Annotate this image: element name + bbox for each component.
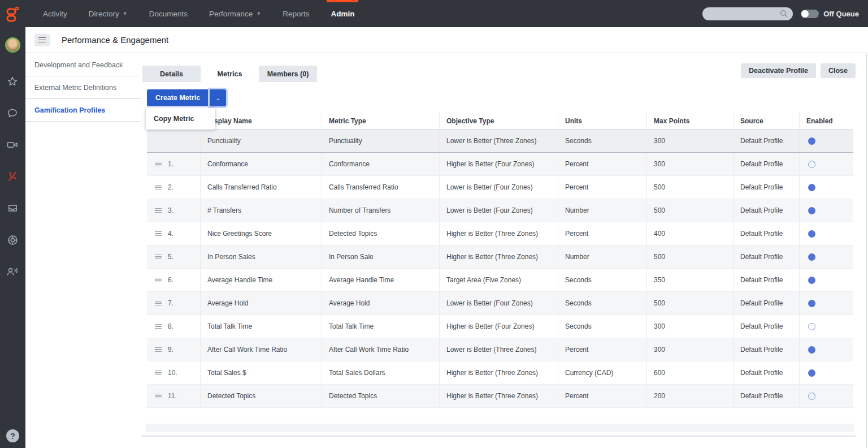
enabled-dot-on[interactable] (808, 369, 815, 377)
sidepanel-item-external-metric-definitions[interactable]: External Metric Definitions (25, 76, 141, 99)
cell-enabled (800, 292, 853, 315)
genesys-logo-icon[interactable] (0, 5, 25, 22)
off-queue-label: Off Queue (823, 10, 859, 18)
table-row[interactable]: 1.ConformanceConformanceHigher is Better… (147, 153, 853, 176)
chat-bubble-icon[interactable] (6, 107, 19, 119)
cell-objective-type: Higher is Better (Three Zones) (440, 245, 558, 268)
sidepanel-item-gamification-profiles[interactable]: Gamification Profiles (25, 99, 141, 122)
nav-item-activity[interactable]: Activity (33, 0, 77, 27)
cell-metric-type: Conformance (322, 153, 440, 175)
cell-max-points: 500 (647, 292, 734, 315)
cell-enabled (800, 199, 853, 222)
nav-item-admin[interactable]: Admin (321, 0, 364, 27)
enabled-dot-on[interactable] (808, 253, 815, 261)
table-row[interactable]: 3.# TransfersNumber of TransfersLower is… (147, 199, 853, 222)
sidepanel-item-development-and-feedback[interactable]: Development and Feedback (25, 54, 141, 76)
row-order-cell: 8. (147, 315, 201, 338)
table-row[interactable]: 8.Total Talk TimeTotal Talk TimeHigher i… (147, 315, 853, 338)
enabled-dot-off[interactable] (808, 393, 815, 400)
enabled-dot-on[interactable] (808, 137, 815, 145)
cell-objective-type: Higher is Better (Four Zones) (440, 315, 558, 338)
drag-handle-icon[interactable] (154, 161, 163, 168)
nav-item-directory[interactable]: Directory▼ (79, 0, 137, 27)
enabled-dot-on[interactable] (808, 184, 815, 191)
cell-max-points: 500 (647, 199, 734, 222)
drag-handle-icon[interactable] (154, 184, 163, 191)
agent-voice-icon[interactable] (6, 265, 19, 278)
create-metric-split-button: Create Metric ⌄ (147, 89, 226, 106)
drag-handle-icon[interactable] (154, 277, 163, 284)
cell-units: Seconds (558, 269, 647, 291)
help-button[interactable]: ? (6, 429, 19, 442)
table-row[interactable]: 2.Calls Transferred RatioCalls Transferr… (147, 176, 853, 199)
cell-source: Default Profile (734, 315, 800, 338)
cell-metric-type: Punctuality (322, 130, 440, 152)
enabled-dot-on[interactable] (808, 346, 815, 354)
row-number: 9. (168, 346, 173, 354)
inbox-tray-icon[interactable] (6, 202, 19, 214)
tab-details[interactable]: Details (142, 66, 201, 82)
off-queue-toggle[interactable] (801, 10, 819, 18)
col-header-objective-type: Objective Type (440, 111, 558, 129)
video-camera-icon[interactable] (6, 139, 19, 151)
table-row[interactable]: 10.Total Sales $Total Sales DollarsHighe… (147, 361, 853, 385)
toggle-knob (801, 10, 809, 18)
nav-label: Activity (43, 10, 67, 18)
cell-source: Default Profile (734, 292, 800, 315)
search-input[interactable] (702, 7, 793, 20)
drag-handle-icon[interactable] (154, 323, 163, 330)
cell-objective-type: Lower is Better (Four Zones) (440, 292, 558, 315)
nav-label: Documents (149, 10, 188, 18)
drag-handle-icon[interactable] (154, 207, 163, 214)
nav-item-reports[interactable]: Reports (273, 0, 319, 27)
cell-display-name: Calls Transferred Ratio (201, 176, 322, 199)
nav-item-documents[interactable]: Documents (140, 0, 197, 27)
enabled-dot-on[interactable] (808, 230, 815, 238)
drag-handle-icon[interactable] (154, 230, 163, 238)
tab-members[interactable]: Members (0) (259, 66, 317, 82)
cell-source: Default Profile (734, 176, 800, 199)
enabled-dot-on[interactable] (808, 300, 815, 307)
target-ring-icon[interactable] (6, 234, 19, 246)
cell-objective-type: Target Area (Five Zones) (440, 269, 558, 291)
create-metric-button[interactable]: Create Metric (147, 89, 209, 106)
table-row[interactable]: PunctualityPunctualityLower is Better (T… (147, 130, 853, 153)
cell-display-name: Conformance (201, 153, 322, 175)
tab-metrics[interactable]: Metrics (201, 66, 259, 82)
enabled-dot-off[interactable] (808, 323, 815, 330)
drag-handle-icon[interactable] (154, 346, 163, 354)
favorites-star-icon[interactable] (6, 75, 19, 88)
drag-handle-icon[interactable] (154, 369, 163, 377)
table-row[interactable]: 6.Average Handle TimeAverage Handle Time… (147, 269, 853, 292)
create-metric-dropdown: Copy Metric (146, 108, 215, 130)
copy-metric-menu-item[interactable]: Copy Metric (146, 108, 215, 130)
drag-handle-icon[interactable] (154, 253, 163, 261)
enabled-dot-on[interactable] (808, 207, 815, 214)
cell-metric-type: Total Talk Time (322, 315, 440, 338)
enabled-dot-off[interactable] (808, 161, 815, 168)
page-header: Performance & Engagement (25, 27, 868, 53)
cell-metric-type: Detected Topics (322, 222, 440, 245)
cell-enabled (800, 176, 853, 199)
drag-handle-icon[interactable] (154, 300, 163, 307)
table-row[interactable]: 7.Average HoldAverage HoldLower is Bette… (147, 292, 853, 315)
cell-display-name: In Person Sales (201, 245, 322, 268)
close-button[interactable]: Close (821, 63, 856, 78)
create-metric-caret-button[interactable]: ⌄ (210, 89, 226, 106)
table-row[interactable]: 11.Detected TopicsDetected TopicsHigher … (147, 385, 853, 408)
user-avatar[interactable] (5, 37, 20, 53)
nav-item-performance[interactable]: Performance▼ (199, 0, 271, 27)
table-row[interactable]: 4.Nice Greetings ScoreDetected TopicsHig… (147, 222, 853, 245)
cell-source: Default Profile (734, 130, 800, 152)
row-order-cell: 11. (147, 385, 201, 407)
col-header-enabled: Enabled (800, 111, 853, 129)
drag-handle-icon[interactable] (154, 393, 163, 400)
menu-hamburger-button[interactable] (34, 34, 50, 46)
cell-units: Seconds (558, 130, 647, 152)
deactivate-profile-button[interactable]: Deactivate Profile (741, 63, 816, 78)
horizontal-scrollbar[interactable] (141, 436, 856, 437)
phone-disabled-icon[interactable] (6, 170, 19, 183)
table-row[interactable]: 9.After Call Work Time RatioAfter Call W… (147, 338, 853, 361)
table-row[interactable]: 5.In Person SalesIn Person SaleHigher is… (147, 245, 853, 269)
enabled-dot-on[interactable] (808, 277, 815, 284)
